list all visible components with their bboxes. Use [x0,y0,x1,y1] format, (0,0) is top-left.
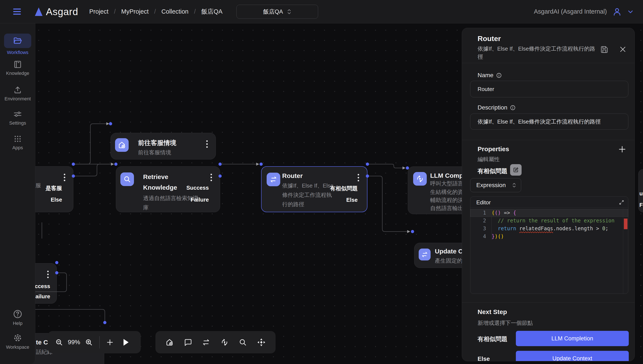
code-area[interactable]: 1(() => {2 // return the result of the e… [470,209,628,240]
sidebar-item-label: Knowledge [0,70,35,76]
output-port-label: F [640,202,643,208]
name-input[interactable] [470,81,628,98]
zoom-out-button[interactable] [55,338,63,346]
breadcrumb-collection[interactable]: Collection [162,8,188,15]
code-line[interactable]: 1(() => { [470,209,628,217]
sidebar-item-label: Settings [0,120,35,126]
node-go-customer-service[interactable]: 前往客服情境 前往客服情境 [110,133,216,160]
panel-divider [462,302,635,302]
node-menu-button[interactable] [210,174,212,183]
panel-title: Router [478,34,501,43]
output-port-label[interactable]: Else [346,197,358,203]
breadcrumb-myproject[interactable]: MyProject [121,8,149,15]
node-router[interactable]: Router 依據If、Else If、Else 條件決定工作流程執 行的路徑 … [261,166,368,212]
workflow-selector[interactable]: 飯店QA [236,5,318,19]
node-title: Update C [435,248,463,255]
home-plus-icon[interactable] [165,338,174,346]
unfold-chevrons-icon [512,182,516,188]
expand-icon[interactable] [619,200,624,205]
node-subtitle: 生結構化的資 [430,188,463,196]
description-input[interactable] [470,114,628,130]
move-diamond-icon[interactable] [257,338,266,347]
sidebar-item-help[interactable]: Help [0,309,35,326]
save-icon[interactable] [600,45,609,54]
line-number: 3 [470,225,492,232]
zoom-in-button[interactable] [85,338,93,346]
sidebar-item-environment[interactable]: Environment [0,86,35,102]
node-subtitle: 條件決定工作流程執 [282,191,332,199]
folder-open-icon [13,36,22,46]
output-port-label[interactable]: Else [51,196,62,203]
breadcrumb-workflow[interactable]: 飯店QA [201,8,222,16]
breadcrumb-separator: / [114,8,116,15]
user-icon[interactable] [612,7,622,16]
node-title: Knowledge [143,184,177,191]
code-line[interactable]: 3 return relatedFaqs.nodes.length > 0; [470,225,628,232]
info-icon [496,72,502,78]
node-retrieve-knowledge[interactable]: Retrieve Knowledge 透過自然語言檢索知識 庫 Success … [116,166,220,212]
logo-text: Asgard [46,6,78,18]
chevron-down-icon[interactable] [627,8,634,15]
editor-title: Editor [476,199,491,206]
editor-scroll-divider [623,208,623,294]
apps-grid-icon [13,134,22,143]
sliders-icon [13,110,22,119]
help-circle-icon [13,309,22,319]
node-edge-peek[interactable]: ue F [638,169,643,212]
node-menu-button[interactable] [358,174,359,183]
output-port-label[interactable]: 是客服 [46,184,62,192]
next-step-llm-completion-button[interactable]: LLM Completion [516,331,629,346]
add-property-button[interactable] [618,145,626,154]
node-menu-button[interactable] [64,174,66,183]
sidebar-item-apps[interactable]: Apps [0,134,35,150]
swap-arrows-icon[interactable] [202,338,210,346]
hamburger-menu-icon[interactable] [13,7,21,16]
asgard-logo-icon [34,7,43,16]
node-subtitle: 透過自然語言檢索知識 [143,194,198,202]
error-marker [624,218,628,229]
search-icon[interactable] [238,338,247,346]
run-workflow-button[interactable] [122,338,130,346]
node-subtitle: 產生固定的 [435,257,462,264]
node-menu-button[interactable] [206,140,208,149]
zoom-level-value: 99% [68,339,80,346]
code-line[interactable]: 4})() [470,232,628,240]
property-type-select[interactable]: Expression [470,178,521,192]
edit-property-button[interactable] [510,164,522,176]
llm-cycle-icon[interactable] [220,338,229,346]
next-step-branch-label: Else [478,356,490,361]
pencil-square-icon [513,167,519,173]
account-label: AsgardAI (Asgard Internal) [534,8,607,15]
node-subtitle: 依據If、Else If、Else [282,182,334,190]
node-title: LLM Comp [430,172,463,179]
swap-arrows-icon [419,248,430,260]
node-subtitle: 呼叫大型語言 [430,180,463,187]
node-inspector-panel: Router 依據If、Else If、Else條件決定工作流程執行的路徑 Na… [462,28,635,361]
output-port-label[interactable]: Failure [191,196,209,203]
line-number: 4 [470,232,492,240]
editor-header: Editor [470,197,628,208]
next-step-update-context-button[interactable]: Update Context [516,351,629,361]
breadcrumb-project[interactable]: Project [89,8,108,15]
node-palette-toolbar [156,331,276,353]
output-port-label[interactable]: 有相似問題 [330,185,358,192]
toolbar-divider [99,336,100,348]
close-icon[interactable] [619,46,627,53]
upload-icon [13,86,22,94]
comment-icon[interactable] [184,338,192,346]
panel-subtitle: 依據If、Else If、Else條件決定工作流程執行的路徑 [478,45,600,61]
node-menu-button[interactable] [47,271,49,280]
sidebar-item-knowledge[interactable]: Knowledge [0,60,35,76]
llm-cycle-icon [413,172,427,186]
sidebar-item-settings[interactable]: Settings [0,110,35,126]
sidebar-item-workspace[interactable]: Workspace [0,333,35,350]
sidebar-item-workflows[interactable]: Workflows [0,34,35,55]
info-icon [510,105,516,110]
code-line[interactable]: 2 // return the result of the expression [470,217,628,225]
expression-editor[interactable]: Editor 1(() => {2 // return the result o… [470,196,628,294]
properties-section-title: Properties [478,146,509,153]
property-type-value: Expression [476,182,506,188]
output-port-label[interactable]: Success [186,184,209,191]
properties-section-subtitle: 編輯屬性 [478,156,500,163]
add-node-button[interactable] [106,338,114,346]
